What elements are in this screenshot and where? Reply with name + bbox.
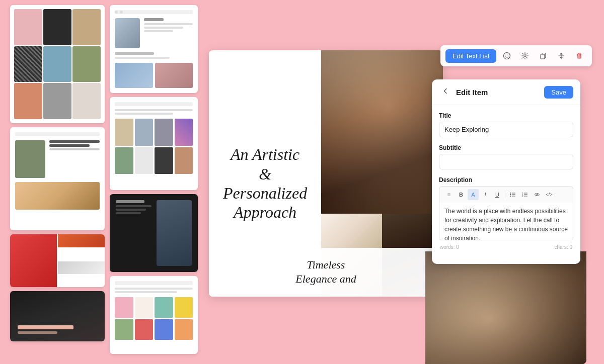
template-thumbnail-3[interactable] <box>10 234 105 287</box>
mt3-name <box>116 200 144 203</box>
mt4-cg7 <box>155 319 173 340</box>
mt4-cg2 <box>135 297 154 318</box>
blog-text-area <box>49 140 100 178</box>
mt2-g8 <box>175 147 193 174</box>
link-button[interactable] <box>532 189 543 200</box>
mt1-dot1 <box>115 11 118 14</box>
mt4-cg1 <box>115 297 133 318</box>
underline-button[interactable]: U <box>492 189 503 200</box>
mt4-cg3 <box>155 297 173 318</box>
mt1-avatar <box>115 18 140 48</box>
mt4-header <box>115 281 193 285</box>
description-footer: words: 0 chars: 0 <box>439 244 573 250</box>
canvas-bottom-text: Timeless Elegance and <box>219 258 433 287</box>
grid-cell-4 <box>14 46 42 82</box>
save-button[interactable]: Save <box>544 86 573 99</box>
svg-rect-8 <box>512 193 515 194</box>
mt2-g5 <box>115 147 133 174</box>
canvas-bottom-text-area: Timeless Elegance and <box>209 248 443 297</box>
mt2-g7 <box>155 147 173 174</box>
svg-rect-9 <box>512 195 515 195</box>
mt4-line2 <box>115 291 177 293</box>
mt2-photo-grid <box>115 119 193 174</box>
mt2-g4 <box>175 119 193 146</box>
mt1-line1 <box>144 23 193 25</box>
gear-icon-button[interactable] <box>517 48 533 63</box>
mt1-line3 <box>144 30 173 32</box>
edit-panel-header-left: Edit Item <box>439 85 488 99</box>
canvas-title-line1: An Artistic <box>231 145 299 163</box>
fashion-text-overlay <box>18 325 97 334</box>
abstract-cell-right <box>58 234 105 287</box>
description-textarea[interactable]: The world is a place with endless possib… <box>439 203 573 240</box>
mt3-line1 <box>116 205 152 207</box>
photo-grid <box>10 5 105 123</box>
mt1-work-images <box>115 63 193 88</box>
code-button[interactable]: </> <box>544 189 555 200</box>
svg-text:3.: 3. <box>522 195 523 198</box>
title-input[interactable] <box>439 122 573 137</box>
edit-panel-body: Title Subtitle Description ≡ B A I U <box>432 105 580 264</box>
grid-cell-5 <box>43 46 71 82</box>
char-count: chars: 0 <box>554 244 572 250</box>
mid-template-thumbnail-3[interactable] <box>110 194 198 272</box>
bullet-list-button[interactable] <box>507 189 518 200</box>
edit-text-list-button[interactable]: Edit Text List <box>445 49 496 63</box>
svg-point-1 <box>506 55 507 56</box>
svg-point-3 <box>524 55 526 57</box>
template-thumbnail-1[interactable] <box>10 5 105 123</box>
grid-cell-7 <box>14 83 42 119</box>
blog-header-bar <box>15 132 100 136</box>
back-button[interactable] <box>439 85 452 99</box>
svg-point-0 <box>504 53 510 59</box>
title-label: Title <box>439 112 573 119</box>
mt1-wi-1 <box>115 63 153 88</box>
description-toolbar: ≡ B A I U <box>439 186 573 203</box>
align-icon-button[interactable]: ≡ <box>443 189 455 200</box>
template-thumbnail-2[interactable] <box>10 127 105 230</box>
mt3-line2 <box>116 209 146 211</box>
abstract-cell-1 <box>10 234 57 287</box>
mt3-info <box>116 200 152 266</box>
mid-template-thumbnail-4[interactable] <box>110 276 198 354</box>
canvas-title-line3: Personalized <box>223 184 307 202</box>
abstract-grid <box>10 234 105 287</box>
subtitle-field-group: Subtitle <box>439 144 573 169</box>
mt4-line1 <box>115 288 193 290</box>
blog-portrait <box>15 140 45 178</box>
mt4-cg4 <box>175 297 193 318</box>
mid-template-thumbnail-2[interactable] <box>110 97 198 190</box>
blog-food-image <box>15 182 100 210</box>
mt1-works-sub <box>115 57 170 59</box>
canvas-main-title: An Artistic & Personalized Approach <box>223 125 307 222</box>
svg-point-6 <box>510 194 511 195</box>
smiley-icon-button[interactable] <box>499 48 514 63</box>
grid-cell-6 <box>72 46 101 82</box>
mt1-bio <box>144 18 193 48</box>
fashion-subtitle <box>18 331 57 334</box>
bold-button[interactable]: B <box>456 189 467 200</box>
mt4-cg6 <box>135 319 154 340</box>
canvas-toolbar: Edit Text List <box>440 45 592 66</box>
text-color-button[interactable]: A <box>468 189 479 200</box>
trash-icon-button[interactable] <box>572 48 587 63</box>
mt1-name <box>144 18 164 21</box>
duplicate-icon-button[interactable] <box>536 48 551 63</box>
canvas-title-line2: & <box>259 165 271 183</box>
edit-panel-title: Edit Item <box>456 88 488 97</box>
mt1-works-label <box>115 52 154 55</box>
subtitle-input[interactable] <box>439 154 573 169</box>
template-thumbnail-4[interactable] <box>10 291 105 341</box>
italic-button[interactable]: I <box>480 189 491 200</box>
blog-title-2 <box>49 144 90 147</box>
resize-icon-button[interactable] <box>554 48 569 63</box>
description-label: Description <box>439 176 573 184</box>
mt2-g1 <box>115 119 133 146</box>
numbered-list-button[interactable]: 1. 2. 3. <box>519 189 531 200</box>
svg-rect-4 <box>541 54 545 59</box>
canvas-bottom-line1: Timeless <box>307 258 345 271</box>
mt4-color-grid <box>115 297 193 340</box>
blog-title-1 <box>49 140 100 143</box>
canvas-bottom-line2: Elegance and <box>295 272 356 285</box>
mid-template-thumbnail-1[interactable] <box>110 5 198 93</box>
